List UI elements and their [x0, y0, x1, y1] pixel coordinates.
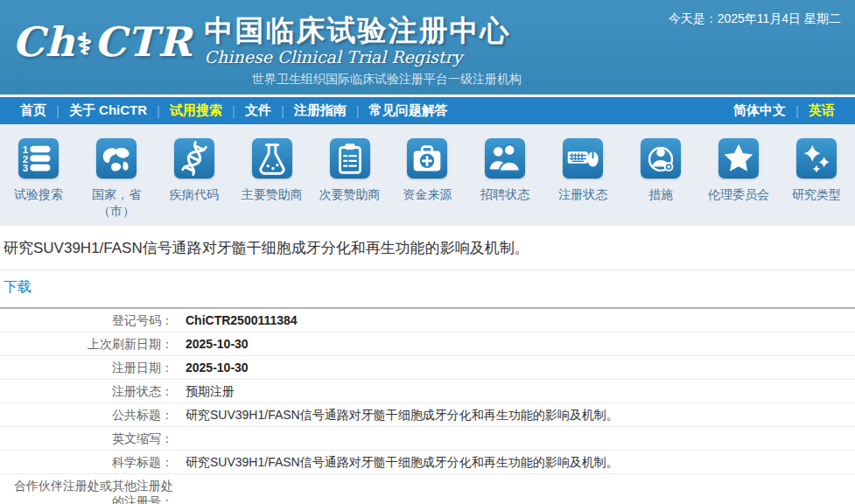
nav-divider: |	[279, 103, 286, 118]
toolbar-item-registration-status[interactable]: 注册状态	[546, 138, 620, 226]
toolbar-item-country-province[interactable]: 国家，省 （市）	[80, 138, 153, 226]
toolbar-item-label: 伦理委员会	[708, 186, 769, 203]
nav-divider: |	[54, 103, 61, 118]
field-label: 科学标题：	[0, 454, 179, 470]
toolbar-item-label: 疾病代码	[170, 186, 219, 203]
site-title-chinese: 中国临床试验注册中心	[205, 14, 511, 47]
toolbar-item-label: 主要赞助商	[242, 186, 303, 203]
nav-item-documents[interactable]: 文件	[237, 102, 279, 119]
flask-icon	[252, 138, 292, 178]
trial-detail-section: 研究SUV39H1/FASN信号通路对牙髓干细胞成牙分化和再生功能的影响及机制。…	[0, 226, 855, 504]
toolbar-item-study-type[interactable]: 研究类型	[780, 138, 853, 226]
toolbar-item-label: 招聘状态	[480, 186, 529, 203]
toolbar-item-label: 试验搜索	[14, 186, 63, 203]
toolbar-item-label: 资金来源	[403, 186, 452, 203]
numbered-list-icon: 1 2 3	[18, 138, 59, 178]
field-value: ChiCTR2500111384	[179, 312, 855, 328]
field-value: 预期注册	[179, 383, 855, 399]
world-map-icon	[96, 138, 137, 178]
download-link[interactable]: 下载	[4, 279, 32, 294]
field-label: 登记号码：	[0, 312, 179, 328]
nav-item-english[interactable]: 英语	[801, 102, 843, 119]
toolbar-item-primary-sponsor[interactable]: 主要赞助商	[235, 138, 309, 226]
field-row-registration-number: 登记号码： ChiCTR2500111384	[0, 309, 855, 332]
logo-text-left: Ch	[12, 18, 75, 66]
toolbar-item-disease-code[interactable]: 疾病代码	[158, 138, 231, 226]
field-label: 注册状态：	[0, 383, 179, 399]
field-row-registration-status: 注册状态： 预期注册	[0, 380, 855, 403]
toolbar-item-label: 注册状态	[558, 186, 607, 203]
field-label: 上次刷新日期：	[0, 336, 179, 352]
nav-divider: |	[155, 103, 162, 118]
nav-divider: |	[230, 103, 237, 118]
logo-text-right: CTR	[94, 18, 192, 66]
toolbar-item-interventions[interactable]: 措施	[624, 138, 697, 226]
nav-divider: |	[354, 103, 361, 118]
field-row-public-title: 公共标题： 研究SUV39H1/FASN信号通路对牙髓干细胞成牙分化和再生功能的…	[0, 403, 855, 427]
doctor-icon	[641, 138, 681, 178]
nav-item-faq[interactable]: 常见问题解答	[361, 102, 456, 119]
field-value: 2025-10-30	[179, 336, 855, 352]
toolbar-item-ethics-committee[interactable]: 伦理委员会	[702, 138, 775, 226]
trial-fields-table: 登记号码： ChiCTR2500111384 上次刷新日期： 2025-10-3…	[0, 307, 855, 504]
site-header: Ch⚕CTR 中国临床试验注册中心 Chinese Clinical Trial…	[0, 0, 855, 94]
toolbar-item-label: 研究类型	[792, 186, 841, 203]
field-row-scientific-title: 科学标题： 研究SUV39H1/FASN信号通路对牙髓干细胞成牙分化和再生功能的…	[0, 451, 855, 474]
trial-title: 研究SUV39H1/FASN信号通路对牙髓干细胞成牙分化和再生功能的影响及机制。	[0, 226, 855, 270]
star-icon	[718, 138, 759, 178]
toolbar-item-secondary-sponsor[interactable]: 次要赞助商	[313, 138, 387, 226]
toolbar-item-label: 次要赞助商	[319, 186, 381, 203]
caduceus-icon: ⚕	[76, 26, 93, 61]
download-bar: 下载	[0, 270, 855, 307]
first-aid-kit-icon	[407, 138, 447, 178]
current-date: 今天是：2025年11月4日 星期二	[669, 11, 841, 27]
nav-item-trial-search[interactable]: 试用搜索	[162, 102, 230, 119]
who-registry-subtitle: 世界卫生组织国际临床试验注册平台一级注册机构	[252, 72, 522, 88]
field-label: 合作伙伴注册处或其他注册处的注册号：	[0, 478, 179, 504]
toolbar-item-trial-search[interactable]: 1 2 3 试验搜索	[2, 138, 75, 226]
site-title-english: Chinese Clinical Trial Registry	[205, 47, 511, 66]
nav-item-about[interactable]: 关于 ChiCTR	[61, 102, 155, 119]
field-value: 研究SUV39H1/FASN信号通路对牙髓干细胞成牙分化和再生功能的影响及机制。	[179, 454, 855, 470]
nav-divider: |	[794, 103, 801, 118]
nav-item-registration-guide[interactable]: 注册指南	[286, 102, 354, 119]
keyboard-mouse-icon	[563, 138, 603, 178]
field-row-partner-registry-number: 合作伙伴注册处或其他注册处的注册号：	[0, 474, 855, 504]
toolbar-item-label: 国家，省 （市）	[92, 186, 141, 220]
clipboard-checklist-icon	[330, 138, 370, 178]
field-row-last-refreshed: 上次刷新日期： 2025-10-30	[0, 332, 855, 356]
people-icon	[485, 138, 525, 178]
chictr-logo[interactable]: Ch⚕CTR	[12, 14, 193, 72]
field-label: 英文缩写：	[0, 430, 179, 446]
field-value: 2025-10-30	[179, 360, 855, 375]
toolbar-item-recruitment-status[interactable]: 招聘状态	[468, 138, 542, 226]
field-row-english-acronym: 英文缩写：	[0, 427, 855, 451]
nav-item-simplified-chinese[interactable]: 简体中文	[725, 102, 794, 119]
toolbar-item-label: 措施	[648, 186, 673, 203]
dna-icon	[174, 138, 214, 178]
main-navigation: 首页 | 关于 ChiCTR | 试用搜索 | 文件 | 注册指南 | 常见问题…	[0, 97, 855, 124]
toolbar-item-funding-source[interactable]: 资金来源	[390, 138, 464, 226]
search-filter-toolbar: 1 2 3 试验搜索 国家，省 （市）	[0, 124, 855, 226]
field-label: 公共标题：	[0, 407, 179, 423]
sparkles-icon	[796, 138, 837, 178]
field-value: 研究SUV39H1/FASN信号通路对牙髓干细胞成牙分化和再生功能的影响及机制。	[179, 407, 855, 423]
nav-item-home[interactable]: 首页	[12, 102, 54, 119]
field-row-registration-date: 注册日期： 2025-10-30	[0, 356, 855, 380]
svg-text:3: 3	[23, 163, 28, 173]
field-label: 注册日期：	[0, 360, 179, 375]
